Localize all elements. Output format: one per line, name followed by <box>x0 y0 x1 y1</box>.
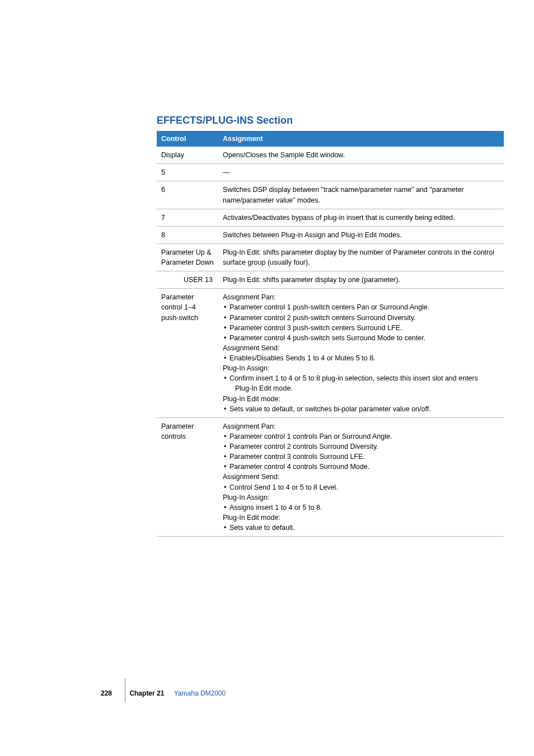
list-item: Parameter control 3 controls Surround LF… <box>223 452 499 462</box>
assignments-table: Control Assignment DisplayOpens/Closes t… <box>157 131 504 537</box>
table-row: 8Switches between Plug-in Assign and Plu… <box>157 226 504 243</box>
assignment-list: Assignment Pan:Parameter control 1 push-… <box>223 292 499 414</box>
list-item: Parameter control 1 push-switch centers … <box>223 302 499 312</box>
list-item: Assignment Send: <box>223 343 499 353</box>
control-cell: Display <box>157 147 218 164</box>
list-item: Assignment Send: <box>223 472 499 482</box>
list-item: Plug-In Edit mode: <box>223 394 499 404</box>
page-footer: 228 Chapter 21 Yamaha DM2000 <box>101 689 226 697</box>
list-item: Sets value to default, or switches bi-po… <box>223 404 499 414</box>
table-row: 5— <box>157 164 504 181</box>
table-row: USER 13Plug-In Edit: shifts parameter di… <box>157 271 504 289</box>
table-row: 6Switches DSP display between "track nam… <box>157 181 504 209</box>
control-cell: Parameter control 1–4 push-switch <box>157 289 218 418</box>
assignment-cell: Switches DSP display between "track name… <box>218 181 504 209</box>
assignment-cell: Opens/Closes the Sample Edit window. <box>218 147 504 164</box>
table-row: Parameter control 1–4 push-switchAssignm… <box>157 289 504 418</box>
control-cell: 7 <box>157 209 218 226</box>
assignment-cell: Assignment Pan:Parameter control 1 contr… <box>218 417 504 536</box>
section-heading: EFFECTS/PLUG-INS Section <box>157 115 504 126</box>
list-item: Parameter control 2 controls Surround Di… <box>223 442 499 452</box>
list-item: Sets value to default. <box>223 523 499 533</box>
list-item: Control Send 1 to 4 or 5 to 8 Level. <box>223 482 499 492</box>
table-row: Parameter controlsAssignment Pan:Paramet… <box>157 417 504 536</box>
page-number: 228 <box>101 689 112 697</box>
control-cell: Parameter controls <box>157 417 218 536</box>
list-item: Parameter control 2 push-switch centers … <box>223 313 499 323</box>
list-item: Assignment Pan: <box>223 421 499 431</box>
list-item: Parameter control 3 push-switch centers … <box>223 323 499 333</box>
control-cell: 8 <box>157 226 218 243</box>
control-cell: 6 <box>157 181 218 209</box>
list-item: Plug-In Edit mode: <box>223 513 499 523</box>
table-row: DisplayOpens/Closes the Sample Edit wind… <box>157 147 504 164</box>
list-item: Parameter control 4 controls Surround Mo… <box>223 462 499 472</box>
header-control: Control <box>157 131 218 147</box>
assignment-cell: Plug-In Edit: shifts parameter display b… <box>218 243 504 271</box>
list-item: Confirm insert 1 to 4 or 5 to 8 plug-in … <box>223 373 499 383</box>
assignment-cell: — <box>218 164 504 181</box>
list-item: Plug-In Edit mode. <box>223 383 499 393</box>
list-item: Assignment Pan: <box>223 292 499 302</box>
assignment-cell: Activates/Deactivates bypass of plug-in … <box>218 209 504 226</box>
list-item: Plug-In Assign: <box>223 363 499 373</box>
control-cell: 5 <box>157 164 218 181</box>
list-item: Parameter control 1 controls Pan or Surr… <box>223 431 499 442</box>
assignment-cell: Assignment Pan:Parameter control 1 push-… <box>218 289 504 418</box>
control-cell: Parameter Up & Parameter Down <box>157 243 218 271</box>
chapter-label: Chapter 21 <box>129 689 164 697</box>
assignment-cell: Plug-In Edit: shifts parameter display b… <box>218 271 504 289</box>
chapter-title: Yamaha DM2000 <box>174 689 226 697</box>
table-row: Parameter Up & Parameter DownPlug-In Edi… <box>157 243 504 271</box>
header-assignment: Assignment <box>218 131 504 147</box>
assignment-list: Assignment Pan:Parameter control 1 contr… <box>223 421 499 533</box>
list-item: Parameter control 4 push-switch sets Sur… <box>223 333 499 343</box>
control-cell: USER 13 <box>157 271 218 289</box>
list-item: Plug-In Assign: <box>223 492 499 503</box>
list-item: Enables/Disables Sends 1 to 4 or Mutes 5… <box>223 353 499 363</box>
assignment-cell: Switches between Plug-in Assign and Plug… <box>218 226 504 243</box>
table-row: 7Activates/Deactivates bypass of plug-in… <box>157 209 504 226</box>
list-item: Assigns insert 1 to 4 or 5 to 8. <box>223 503 499 513</box>
